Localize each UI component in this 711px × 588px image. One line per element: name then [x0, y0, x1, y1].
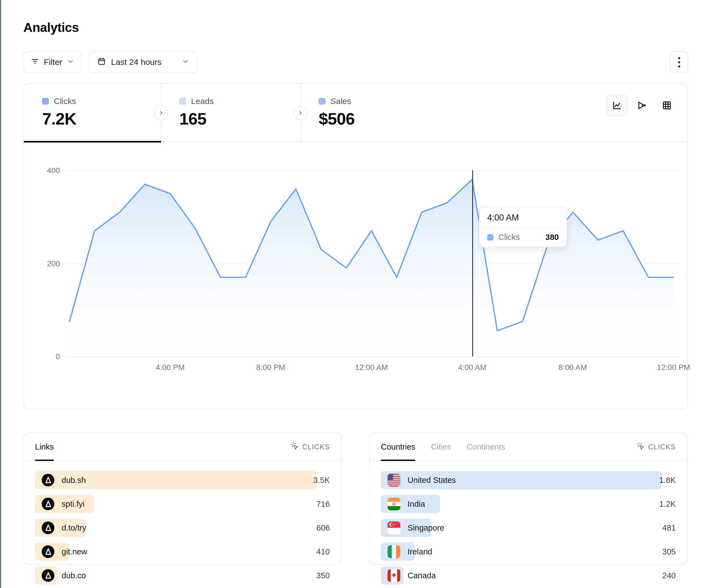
dub-logo-icon: [42, 474, 55, 487]
row-value: 1.2K: [659, 495, 676, 513]
chart-tooltip: 4:00 AM Clicks 380: [479, 207, 567, 247]
stats-tabs: Clicks 7.2K Leads 165 Sales $506: [24, 84, 687, 142]
row-label: Singapore: [408, 523, 444, 533]
chart-view-toggles: [606, 95, 677, 116]
row-value: 410: [317, 543, 330, 561]
dub-logo-icon: [42, 498, 55, 510]
y-axis-tick: 200: [27, 259, 60, 268]
dub-logo-icon: [42, 569, 55, 582]
funnel-view-button[interactable]: [631, 95, 652, 116]
row-value: 606: [317, 519, 330, 537]
links-panel-tabs: Links: [35, 433, 54, 460]
row-value: 1.8K: [659, 471, 676, 489]
tooltip-time: 4:00 AM: [479, 207, 567, 228]
left-edge-strip: [0, 0, 1, 588]
y-axis-tick: 400: [27, 166, 60, 175]
stat-label: Clicks: [54, 96, 76, 106]
tab-continents[interactable]: Continents: [467, 433, 505, 460]
x-axis-tick: 12:00 PM: [657, 363, 690, 372]
clicks-marker-icon: [487, 234, 493, 241]
stat-tab-leads[interactable]: Leads 165: [161, 84, 300, 142]
row-value: 350: [317, 566, 330, 585]
links-metric-label: CLICKS: [302, 443, 330, 451]
link-row[interactable]: d.to/try 606: [35, 519, 330, 537]
page-title: Analytics: [23, 20, 79, 35]
expand-stat-button[interactable]: [154, 106, 168, 120]
x-axis-tick: 4:00 AM: [458, 363, 487, 372]
tab-countries[interactable]: Countries: [381, 433, 415, 460]
y-axis-tick: 0: [27, 352, 60, 361]
chart-crosshair: [472, 170, 473, 356]
link-row[interactable]: spti.fyi 716: [35, 495, 330, 513]
calendar-icon: [97, 57, 106, 68]
us-flag-icon: [388, 474, 400, 487]
analytics-card: Clicks 7.2K Leads 165 Sales $506 4002000…: [23, 83, 688, 409]
countries-panel-tabs: CountriesCitiesContinents: [381, 433, 505, 460]
filter-button-label: Filter: [44, 58, 62, 67]
link-row[interactable]: dub.sh 3.5K: [35, 471, 330, 489]
sales-marker-icon: [319, 98, 325, 105]
countries-metric-label: CLICKS: [648, 443, 676, 451]
stat-label: Sales: [330, 96, 351, 106]
row-value: 305: [663, 543, 676, 561]
stat-label: Leads: [191, 96, 214, 106]
expand-stat-button[interactable]: [293, 106, 308, 120]
stat-value: 7.2K: [42, 109, 161, 129]
country-row[interactable]: United States 1.8K: [381, 471, 676, 489]
x-axis-tick: 8:00 AM: [559, 363, 587, 372]
country-row[interactable]: Canada 240: [381, 566, 676, 585]
country-row[interactable]: Ireland 305: [381, 543, 676, 561]
tooltip-value: 380: [545, 233, 559, 242]
more-options-button[interactable]: [670, 51, 688, 73]
clicks-marker-icon: [42, 98, 49, 105]
line-chart-view-button[interactable]: [606, 95, 627, 116]
date-range-button[interactable]: Last 24 hours: [89, 51, 198, 73]
chevron-down-icon: [67, 58, 74, 67]
row-label: United States: [408, 476, 456, 485]
countries-panel: CountriesCitiesContinents CLICKS United …: [369, 433, 687, 565]
link-row[interactable]: dub.co 350: [35, 566, 330, 585]
row-label: git.new: [62, 547, 87, 557]
row-value: 481: [663, 519, 676, 537]
row-value: 3.5K: [313, 471, 330, 489]
leads-marker-icon: [179, 98, 186, 105]
date-range-label: Last 24 hours: [111, 58, 161, 67]
row-value: 716: [317, 495, 330, 513]
table-view-button[interactable]: [656, 95, 677, 116]
row-label: d.to/try: [62, 523, 86, 533]
row-label: Ireland: [408, 547, 432, 557]
cursor-click-icon: [291, 442, 299, 452]
row-label: India: [408, 499, 425, 509]
tab-links[interactable]: Links: [35, 433, 54, 460]
clicks-area-chart[interactable]: [66, 170, 680, 356]
stat-tab-sales[interactable]: Sales $506: [300, 84, 495, 142]
row-value: 240: [663, 566, 676, 585]
x-axis-tick: 12:00 AM: [355, 363, 388, 372]
gridline-y0: [66, 356, 680, 357]
row-label: spti.fyi: [62, 499, 84, 509]
tab-cities[interactable]: Cities: [431, 433, 451, 460]
dub-logo-icon: [42, 545, 55, 558]
in-flag-icon: [388, 498, 400, 510]
country-row[interactable]: Singapore 481: [381, 519, 676, 537]
x-axis-tick: 4:00 PM: [156, 363, 185, 372]
chart-region: 4002000 4:00 AM Clicks 380 4:00 PM8:00 P…: [24, 142, 687, 409]
ie-flag-icon: [388, 545, 400, 558]
stat-value: 165: [179, 109, 300, 129]
kebab-icon: [678, 57, 680, 67]
filter-button[interactable]: Filter: [23, 51, 82, 73]
country-row[interactable]: India 1.2K: [381, 495, 676, 513]
filter-icon: [30, 57, 39, 68]
links-metric[interactable]: CLICKS: [291, 442, 330, 452]
ca-flag-icon: [388, 569, 400, 582]
stat-tab-clicks[interactable]: Clicks 7.2K: [24, 84, 161, 142]
link-row[interactable]: git.new 410: [35, 543, 330, 561]
dub-logo-icon: [42, 521, 55, 534]
countries-metric[interactable]: CLICKS: [637, 442, 676, 452]
chevron-down-icon: [181, 58, 189, 67]
row-label: dub.sh: [62, 476, 86, 485]
sg-flag-icon: [388, 521, 400, 534]
links-panel: Links CLICKS dub.sh 3.5K spti.fyi 716 d.…: [23, 433, 342, 565]
cursor-click-icon: [637, 442, 645, 452]
x-axis-tick: 8:00 PM: [256, 363, 285, 372]
